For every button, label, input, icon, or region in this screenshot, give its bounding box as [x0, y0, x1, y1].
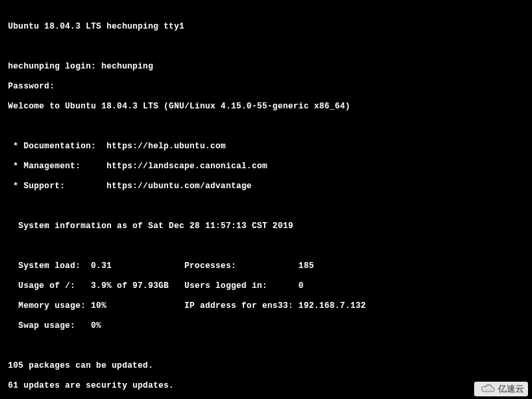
watermark-text: 亿速云: [498, 383, 524, 395]
sysinfo-row: Usage of /: 3.9% of 97.93GB Users logged…: [8, 281, 524, 291]
watermark: 亿速云: [474, 382, 528, 396]
welcome-line: Welcome to Ubuntu 18.04.3 LTS (GNU/Linux…: [8, 102, 524, 112]
sysinfo-row: System load: 0.31 Processes: 185: [8, 261, 524, 271]
sysinfo-row: Memory usage: 10% IP address for ens33: …: [8, 301, 524, 311]
os-header: Ubuntu 18.04.3 LTS hechunping tty1: [8, 22, 524, 32]
cloud-icon: [478, 384, 495, 394]
login-prompt: hechunping login: hechunping: [8, 62, 524, 72]
updates-packages: 105 packages can be updated.: [8, 361, 524, 371]
support-link: * Support: https://ubuntu.com/advantage: [8, 182, 524, 192]
updates-security: 61 updates are security updates.: [8, 381, 524, 391]
sysinfo-header: System information as of Sat Dec 28 11:5…: [8, 221, 524, 231]
blank: [8, 201, 524, 211]
blank: [8, 42, 524, 52]
mgmt-link: * Management: https://landscape.canonica…: [8, 162, 524, 172]
password-prompt: Password:: [8, 82, 524, 92]
blank: [8, 122, 524, 132]
sysinfo-row: Swap usage: 0%: [8, 321, 524, 331]
blank: [8, 241, 524, 251]
terminal-screen[interactable]: Ubuntu 18.04.3 LTS hechunping tty1 hechu…: [0, 0, 532, 399]
blank: [8, 341, 524, 351]
doc-link: * Documentation: https://help.ubuntu.com: [8, 142, 524, 152]
